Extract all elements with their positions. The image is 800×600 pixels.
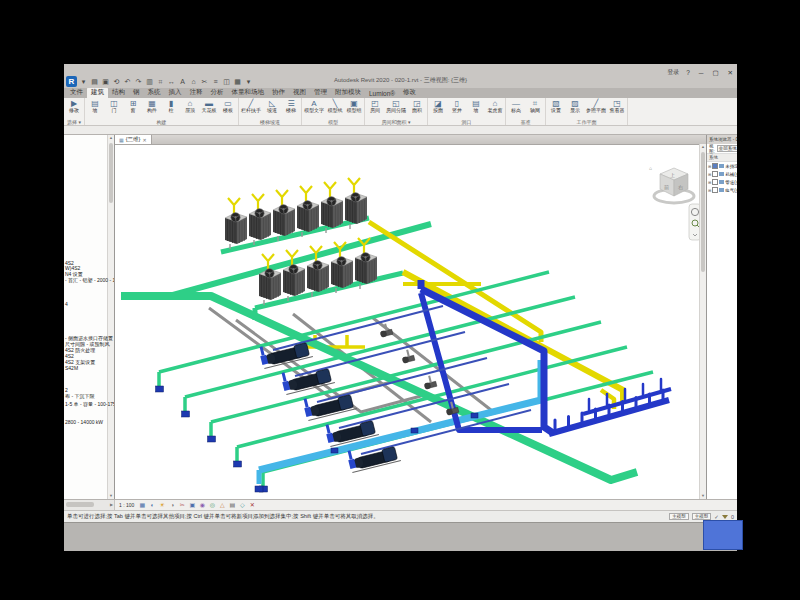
ribbon-button-模型线[interactable]: ╲模型线 — [326, 99, 344, 113]
viewcube-front-label: 前 — [664, 184, 669, 190]
ribbon-button-参照平面[interactable]: ╱参照平面 — [585, 99, 607, 113]
tab-视图[interactable]: 视图 — [289, 87, 310, 98]
system-tree-row[interactable]: ⊞电气(共 1 项) — [707, 186, 737, 194]
browser-tree-item[interactable]: S42M — [65, 366, 78, 371]
editable-only-checkbox[interactable]: ✓ — [714, 514, 719, 520]
system-checkbox[interactable] — [712, 171, 718, 177]
drawing-area[interactable]: ▦ {三维} ✕ — [115, 135, 706, 499]
ribbon-button-柱[interactable]: ▮柱 — [162, 99, 180, 113]
shadows-icon[interactable]: ◑ — [168, 501, 176, 509]
scroll-down-icon[interactable]: ▼ — [108, 493, 114, 499]
project-browser-vscrollbar[interactable]: ▲ ▼ — [107, 135, 114, 499]
show-crop-icon[interactable]: ▣ — [188, 501, 196, 509]
view-tab-3d[interactable]: ▦ {三维} ✕ — [115, 135, 152, 144]
system-checkbox[interactable] — [712, 163, 718, 169]
ribbon-button-竖井[interactable]: ▯竖井 — [448, 99, 466, 113]
ribbon-button-轴网[interactable]: ⌗轴网 — [526, 99, 544, 113]
workset-dropdown[interactable]: 主模型 — [669, 513, 689, 520]
ribbon-button-模型组[interactable]: ▣模型组 — [345, 99, 363, 113]
help-icon[interactable]: ? — [684, 69, 692, 76]
ribbon-panel-洞口: ◪按面▯竖井▤墙⌂老虎窗洞口 — [428, 98, 506, 125]
ribbon-button-老虎窗[interactable]: ⌂老虎窗 — [486, 99, 504, 113]
view-scale-button[interactable]: 1 : 100 — [119, 502, 134, 508]
temporary-hide-isolate-icon[interactable]: ◉ — [198, 501, 206, 509]
ribbon-button-楼梯[interactable]: ☰楼梯 — [282, 99, 300, 113]
ribbon-button-窗[interactable]: ⊞窗 — [124, 99, 142, 113]
ribbon-button-楼板[interactable]: ▭楼板 — [219, 99, 237, 113]
project-browser-panel[interactable]: ▲ ▼ 4S2W)4S2N4 设置- 首汇 - 铝塑 - 2000 - 10(4… — [64, 135, 115, 499]
signin-label[interactable]: 登录 — [667, 68, 679, 77]
tab-结构[interactable]: 结构 — [108, 87, 129, 98]
systems-filter-dropdown[interactable]: 全部系统 — [717, 145, 737, 152]
system-browser-panel[interactable]: 系统浏览器 - 020-1.rvt 视图: 全部系统 系统 ⊞未指定(共 98 … — [706, 135, 737, 499]
ribbon-button-墙[interactable]: ▤墙 — [467, 99, 485, 113]
scroll-right-icon[interactable]: ▶ — [110, 502, 113, 507]
analytical-model-icon[interactable]: ▤ — [228, 501, 236, 509]
tab-系统[interactable]: 系统 — [144, 87, 165, 98]
scroll-up-icon[interactable]: ▲ — [700, 144, 706, 150]
system-checkbox[interactable] — [712, 179, 718, 185]
ribbon-button-修改[interactable]: ▶修改 — [65, 99, 83, 113]
ribbon-button-标高[interactable]: ―标高 — [507, 99, 525, 113]
ribbon-button-按面[interactable]: ◪按面 — [429, 99, 447, 113]
ribbon-button-房间[interactable]: ◰房间 — [366, 99, 384, 113]
system-tree-row[interactable]: ⊞机械(共 3 项) — [707, 170, 737, 178]
ribbon-button-房间分隔[interactable]: ◱房间分隔 — [385, 99, 407, 113]
expand-icon[interactable]: ⊞ — [708, 180, 711, 185]
ribbon-button-天花板[interactable]: ▬天花板 — [200, 99, 218, 113]
system-tree-row[interactable]: ⊞未指定(共 98 项) — [707, 162, 737, 170]
ribbon-button-查看器[interactable]: ◳查看器 — [608, 99, 626, 113]
scroll-up-icon[interactable]: ▲ — [108, 135, 114, 141]
ribbon-button-面积[interactable]: ◲面积 — [408, 99, 426, 113]
tab-Lumion®[interactable]: Lumion® — [365, 89, 399, 98]
tab-注释[interactable]: 注释 — [186, 87, 207, 98]
view-tab-close-icon[interactable]: ✕ — [142, 137, 146, 143]
ribbon-button-栏杆扶手[interactable]: ╱栏杆扶手 — [240, 99, 262, 113]
detail-level-icon[interactable]: ▦ — [138, 501, 146, 509]
ribbon-button-门[interactable]: ◫门 — [105, 99, 123, 113]
ribbon-button-坡道[interactable]: ◺坡道 — [263, 99, 281, 113]
close-button[interactable]: ✕ — [726, 69, 735, 77]
temporary-view-properties-icon[interactable]: △ — [218, 501, 226, 509]
tab-文件[interactable]: 文件 — [66, 87, 87, 98]
tab-协作[interactable]: 协作 — [268, 87, 289, 98]
ribbon-button-显示[interactable]: ▨显示 — [566, 99, 584, 113]
expand-icon[interactable]: ⊞ — [708, 188, 711, 193]
tab-插入[interactable]: 插入 — [165, 87, 186, 98]
canvas-vscrollbar[interactable]: ▲ ▼ — [699, 144, 706, 499]
constraints-icon[interactable]: ◇ — [238, 501, 246, 509]
tab-分析[interactable]: 分析 — [207, 87, 228, 98]
tab-修改[interactable]: 修改 — [399, 87, 420, 98]
tab-附加模块[interactable]: 附加模块 — [331, 87, 365, 98]
ribbon-button-屋顶[interactable]: ⌂屋顶 — [181, 99, 199, 113]
expand-icon[interactable]: ⊞ — [708, 172, 711, 177]
filter-icon[interactable] — [722, 515, 728, 519]
ribbon-button-构件[interactable]: ▦构件 — [143, 99, 161, 113]
close-icon[interactable]: ✕ — [248, 501, 256, 509]
browser-tree-item[interactable]: 1-5 单 - 容量 - 100-175-CN — [65, 402, 115, 407]
visual-style-icon[interactable]: ◐ — [148, 501, 156, 509]
browser-tree-item[interactable]: 2800 - 14000 kW — [65, 420, 103, 425]
browser-tree-item[interactable]: 布 - 下沉下限 — [65, 394, 94, 399]
ribbon-button-墙[interactable]: ▤墙 — [86, 99, 104, 113]
scroll-down-icon[interactable]: ▼ — [700, 493, 706, 499]
tab-体量和场地[interactable]: 体量和场地 — [228, 87, 269, 98]
minimize-button[interactable]: ─ — [697, 69, 706, 76]
tab-管理[interactable]: 管理 — [310, 87, 331, 98]
restore-button[interactable]: ▢ — [710, 69, 720, 77]
tab-建筑[interactable]: 建筑 — [87, 87, 108, 98]
browser-tree-item[interactable]: - 首汇 - 铝塑 - 2000 - 10( — [65, 278, 115, 283]
tab-钢[interactable]: 钢 — [129, 87, 144, 98]
sun-path-icon[interactable]: ☀ — [158, 501, 166, 509]
project-browser-hscrollbar[interactable]: ▶ — [64, 500, 115, 510]
ribbon-button-设置[interactable]: ▧设置 — [547, 99, 565, 113]
browser-tree-item[interactable]: 4 — [65, 302, 68, 307]
reveal-hidden-icon[interactable]: ◎ — [208, 501, 216, 509]
viewcube[interactable]: 上 前 右 ⌂ — [649, 165, 694, 203]
system-tree-row[interactable]: ⊞管道(共 9 项) — [707, 178, 737, 186]
system-checkbox[interactable] — [712, 187, 718, 193]
crop-view-icon[interactable]: ✂ — [178, 501, 186, 509]
design-option-dropdown[interactable]: 主模型 — [692, 513, 712, 520]
expand-icon[interactable]: ⊞ — [708, 164, 711, 169]
ribbon-button-模型文字[interactable]: A模型文字 — [303, 99, 325, 113]
